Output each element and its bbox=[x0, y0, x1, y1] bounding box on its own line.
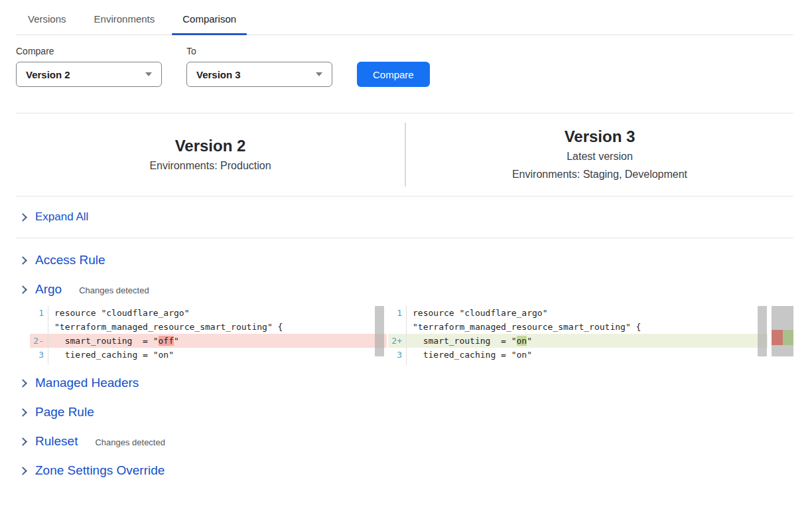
section-argo[interactable]: Argo Changes detected bbox=[20, 282, 793, 297]
diff-pane-right: 1 resource "cloudflare_argo" "terraform_… bbox=[388, 306, 768, 365]
chevron-right-icon bbox=[19, 213, 27, 222]
left-version-environments: Environments: Production bbox=[16, 157, 405, 175]
diff-line: 3 tiered_caching = "on" bbox=[388, 348, 768, 362]
compare-version-value: Version 2 bbox=[26, 69, 70, 80]
section-page-rule[interactable]: Page Rule bbox=[20, 405, 793, 419]
expand-all-label: Expand All bbox=[35, 210, 88, 224]
section-label: Access Rule bbox=[35, 253, 105, 267]
line-number: 2+ bbox=[388, 334, 406, 348]
section-label: Ruleset bbox=[35, 434, 78, 449]
caret-down-icon bbox=[145, 72, 152, 76]
diff-change-marker bbox=[772, 330, 793, 345]
code-text: smart_routing = "off" bbox=[48, 334, 387, 348]
tab-comparison[interactable]: Comparison bbox=[181, 11, 237, 35]
diff-line: } bbox=[388, 362, 768, 365]
chevron-right-icon bbox=[19, 437, 27, 446]
code-text: tiered_caching = "on" bbox=[406, 348, 768, 362]
chevron-right-icon bbox=[19, 379, 27, 388]
code-text: resource "cloudflare_argo" bbox=[406, 306, 768, 320]
diff-line-wrap: "terraform_managed_resource_smart_routin… bbox=[30, 320, 387, 334]
added-word-highlight: on bbox=[517, 336, 527, 346]
caret-down-icon bbox=[316, 72, 322, 76]
right-version-environments: Environments: Staging, Development bbox=[406, 165, 793, 183]
diff-line: } bbox=[30, 362, 387, 365]
expand-all-button[interactable]: Expand All bbox=[16, 196, 793, 238]
code-segment: smart_routing = " bbox=[54, 336, 159, 346]
line-number bbox=[388, 362, 406, 365]
code-segment: " bbox=[174, 336, 179, 346]
code-text: resource "cloudflare_argo" bbox=[48, 306, 387, 320]
version-header-right: Version 3 Latest version Environments: S… bbox=[406, 126, 793, 183]
chevron-right-icon bbox=[19, 408, 27, 417]
compare-controls: Compare Version 2 To Version 3 Compare bbox=[16, 46, 793, 87]
to-version-select[interactable]: Version 3 bbox=[186, 62, 332, 87]
to-version-value: Version 3 bbox=[196, 69, 241, 80]
tab-bar: Versions Environments Comparison bbox=[16, 0, 793, 35]
chevron-right-icon bbox=[19, 285, 27, 294]
section-ruleset[interactable]: Ruleset Changes detected bbox=[20, 434, 793, 449]
code-text: "terraform_managed_resource_smart_routin… bbox=[48, 320, 387, 334]
code-segment: " bbox=[527, 336, 532, 346]
diff-line-added: 2+ smart_routing = "on" bbox=[388, 334, 768, 348]
tab-environments[interactable]: Environments bbox=[93, 11, 157, 35]
line-number: 2- bbox=[30, 334, 48, 348]
diff-line: 1 resource "cloudflare_argo" bbox=[388, 306, 768, 320]
section-label: Page Rule bbox=[35, 405, 94, 419]
code-text: tiered_caching = "on" bbox=[48, 348, 387, 362]
code-text: "terraform_managed_resource_smart_routin… bbox=[406, 320, 768, 334]
version-header-left: Version 2 Environments: Production bbox=[16, 135, 405, 175]
line-number bbox=[30, 320, 48, 334]
code-text: smart_routing = "on" bbox=[406, 334, 768, 348]
compare-field: Compare Version 2 bbox=[16, 46, 162, 87]
section-zone-settings-override[interactable]: Zone Settings Override bbox=[20, 463, 793, 478]
to-field-label: To bbox=[186, 46, 332, 56]
scrollbar-thumb[interactable] bbox=[375, 306, 384, 356]
right-version-title: Version 3 bbox=[406, 126, 793, 147]
line-number bbox=[388, 320, 406, 334]
code-text: } bbox=[48, 362, 387, 365]
compare-field-label: Compare bbox=[16, 46, 162, 56]
argo-diff: 1 resource "cloudflare_argo" "terraform_… bbox=[30, 306, 812, 365]
diff-line-removed: 2- smart_routing = "off" bbox=[30, 334, 387, 348]
section-label: Argo bbox=[35, 282, 62, 297]
line-number: 3 bbox=[388, 348, 406, 362]
tab-versions[interactable]: Versions bbox=[27, 11, 68, 35]
line-number: 3 bbox=[30, 348, 48, 362]
chevron-right-icon bbox=[19, 467, 27, 475]
diff-overview-ruler[interactable] bbox=[772, 306, 793, 356]
line-number: 1 bbox=[388, 306, 406, 320]
left-version-title: Version 2 bbox=[16, 135, 405, 157]
changes-detected-badge: Changes detected bbox=[79, 285, 149, 295]
diff-line-wrap: "terraform_managed_resource_smart_routin… bbox=[388, 320, 768, 334]
version-headers: Version 2 Environments: Production Versi… bbox=[16, 113, 793, 196]
compare-version-select[interactable]: Version 2 bbox=[16, 62, 162, 87]
changes-detected-badge: Changes detected bbox=[95, 437, 165, 447]
divider bbox=[16, 238, 793, 238]
diff-line: 1 resource "cloudflare_argo" bbox=[30, 306, 387, 320]
diff-pane-left: 1 resource "cloudflare_argo" "terraform_… bbox=[30, 306, 387, 365]
removed-word-highlight: off bbox=[159, 336, 174, 346]
compare-button[interactable]: Compare bbox=[357, 62, 430, 87]
diff-line: 3 tiered_caching = "on" bbox=[30, 348, 387, 362]
scrollbar-thumb[interactable] bbox=[758, 306, 767, 356]
comparison-page: Versions Environments Comparison Compare… bbox=[0, 0, 812, 523]
chevron-right-icon bbox=[19, 256, 27, 265]
section-label: Zone Settings Override bbox=[35, 463, 165, 478]
code-segment: smart_routing = " bbox=[413, 336, 517, 346]
added-marker bbox=[783, 330, 794, 345]
section-access-rule[interactable]: Access Rule bbox=[20, 253, 793, 267]
line-number bbox=[30, 362, 48, 365]
right-version-latest: Latest version bbox=[406, 147, 793, 165]
to-field: To Version 3 bbox=[186, 46, 332, 87]
line-number: 1 bbox=[30, 306, 48, 320]
removed-marker bbox=[772, 330, 783, 345]
section-label: Managed Headers bbox=[35, 376, 139, 390]
section-managed-headers[interactable]: Managed Headers bbox=[20, 376, 793, 390]
code-text: } bbox=[406, 362, 768, 365]
